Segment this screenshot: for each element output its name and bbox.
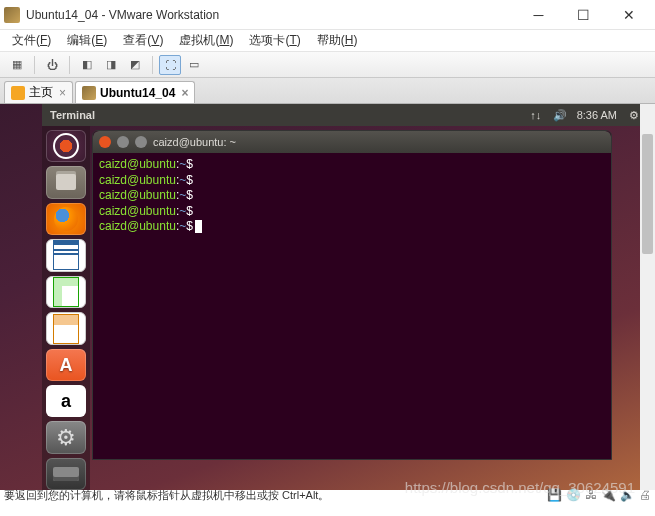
tab-home-label: 主页 [29,84,53,101]
menu-edit[interactable]: 编辑(E) [59,30,115,51]
sound-icon[interactable]: 🔊 [553,108,567,122]
launcher-drive[interactable] [46,458,86,490]
device-usb-icon[interactable]: 🔌 [601,488,616,502]
app-icon [4,7,20,23]
toolbar-separator [69,56,70,74]
tab-close-icon[interactable]: × [59,86,66,100]
launcher-settings[interactable] [46,421,86,453]
home-icon [11,86,25,100]
terminal-line: caizd@ubuntu:~$ [99,173,605,189]
terminal-title: caizd@ubuntu: ~ [153,136,236,148]
panel-active-app: Terminal [50,109,529,121]
toolbar-separator [152,56,153,74]
launcher-firefox[interactable] [46,203,86,235]
tab-vm-label: Ubuntu14_04 [100,86,175,100]
menu-file[interactable]: 文件(F) [4,30,59,51]
terminal-line: caizd@ubuntu:~$ [99,204,605,220]
toolbar-snapshot-revert-button[interactable]: ◩ [124,55,146,75]
toolbar-separator [34,56,35,74]
vm-icon [82,86,96,100]
maximize-button[interactable]: ☐ [561,0,606,30]
launcher-amazon[interactable]: a [46,385,86,417]
menu-tabs[interactable]: 选项卡(T) [241,30,308,51]
network-icon[interactable]: ↑↓ [529,108,543,122]
toolbar-snapshot-mgr-button[interactable]: ◨ [100,55,122,75]
vm-scrollbar-thumb[interactable] [642,134,653,254]
ubuntu-top-panel: Terminal ↑↓ 🔊 8:36 AM ⚙ [42,104,649,126]
launcher-files[interactable] [46,166,86,198]
vm-scrollbar[interactable] [640,104,655,490]
terminal-titlebar[interactable]: caizd@ubuntu: ~ [93,131,611,153]
launcher-writer[interactable] [46,239,86,272]
terminal-cursor [195,220,202,233]
terminal-maximize-button[interactable] [135,136,147,148]
toolbar: ▦ ⏻ ◧ ◨ ◩ ⛶ ▭ [0,52,655,78]
toolbar-fullscreen-button[interactable]: ⛶ [159,55,181,75]
menu-vm[interactable]: 虚拟机(M) [171,30,241,51]
terminal-minimize-button[interactable] [117,136,129,148]
tab-vm[interactable]: Ubuntu14_04 × [75,81,195,103]
statusbar-text: 要返回到您的计算机，请将鼠标指针从虚拟机中移出或按 Ctrl+Alt。 [4,488,329,503]
gear-icon[interactable]: ⚙ [627,108,641,122]
launcher-impress[interactable] [46,312,86,345]
status-device-icons: 💾 💿 🖧 🔌 🔈 🖨 [547,488,651,502]
ubuntu-launcher: a [42,126,90,490]
terminal-body[interactable]: caizd@ubuntu:~$ caizd@ubuntu:~$ caizd@ub… [93,153,611,239]
tab-home[interactable]: 主页 × [4,81,73,103]
terminal-window[interactable]: caizd@ubuntu: ~ caizd@ubuntu:~$ caizd@ub… [92,130,612,460]
terminal-close-button[interactable] [99,136,111,148]
menu-view[interactable]: 查看(V) [115,30,171,51]
tabbar: 主页 × Ubuntu14_04 × [0,78,655,104]
device-disk-icon[interactable]: 💾 [547,488,562,502]
launcher-calc[interactable] [46,276,86,309]
toolbar-snapshot-button[interactable]: ◧ [76,55,98,75]
terminal-line: caizd@ubuntu:~$ [99,188,605,204]
device-net-icon[interactable]: 🖧 [585,488,597,502]
panel-clock[interactable]: 8:36 AM [577,109,617,121]
terminal-line: caizd@ubuntu:~$ [99,219,605,235]
ubuntu-desktop[interactable]: Terminal ↑↓ 🔊 8:36 AM ⚙ a [0,104,655,490]
toolbar-power-button[interactable]: ⏻ [41,55,63,75]
toolbar-library-button[interactable]: ▦ [6,55,28,75]
window-title: Ubuntu14_04 - VMware Workstation [26,8,516,22]
window-titlebar: Ubuntu14_04 - VMware Workstation ─ ☐ ✕ [0,0,655,30]
device-sound-icon[interactable]: 🔈 [620,488,635,502]
menubar: 文件(F) 编辑(E) 查看(V) 虚拟机(M) 选项卡(T) 帮助(H) [0,30,655,52]
statusbar: 要返回到您的计算机，请将鼠标指针从虚拟机中移出或按 Ctrl+Alt。 💾 💿 … [0,488,655,502]
device-printer-icon[interactable]: 🖨 [639,488,651,502]
terminal-line: caizd@ubuntu:~$ [99,157,605,173]
launcher-dash[interactable] [46,130,86,162]
toolbar-unity-button[interactable]: ▭ [183,55,205,75]
device-cd-icon[interactable]: 💿 [566,488,581,502]
launcher-software-center[interactable] [46,349,86,381]
minimize-button[interactable]: ─ [516,0,561,30]
menu-help[interactable]: 帮助(H) [309,30,366,51]
close-button[interactable]: ✕ [606,0,651,30]
vm-viewport[interactable]: Terminal ↑↓ 🔊 8:36 AM ⚙ a [0,104,655,490]
tab-close-icon[interactable]: × [181,86,188,100]
